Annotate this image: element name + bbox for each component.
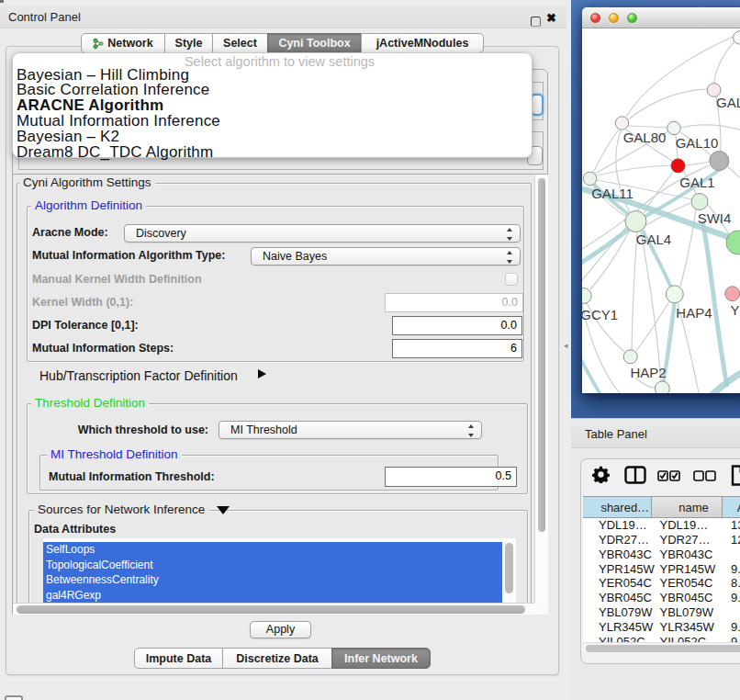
expand-hub-icon[interactable] [258, 369, 266, 378]
network-node-gal4[interactable] [625, 211, 646, 232]
tab-jactivemnodules[interactable]: jActiveMNodules [361, 33, 484, 53]
close-panel-icon[interactable]: ✖ [546, 11, 559, 28]
splitter-collapse-icon[interactable]: ◂ [564, 341, 568, 350]
cell-shared-name[interactable]: YBL079W [599, 605, 653, 620]
cell-shared-name[interactable]: YER054C [599, 576, 652, 591]
cell-name[interactable]: YBR045C [660, 591, 713, 605]
checked-columns-icon[interactable] [657, 470, 681, 481]
vertical-scrollbar-thumb[interactable] [538, 178, 545, 532]
network-edge[interactable] [641, 231, 661, 381]
attribute-item[interactable]: BetweennessCentrality [43, 572, 502, 588]
column-header-3[interactable]: A [723, 496, 740, 518]
document-icon[interactable] [731, 465, 740, 486]
settings-vertical-scrollbar[interactable] [534, 174, 548, 603]
close-window-icon[interactable] [590, 13, 600, 23]
cell-value[interactable]: 9. [731, 591, 740, 605]
cell-shared-name[interactable]: YDL19… [599, 518, 647, 533]
network-edge[interactable] [632, 231, 637, 350]
cell-name[interactable]: YDR27… [660, 533, 711, 548]
gear-icon[interactable] [592, 466, 610, 483]
network-edge[interactable] [628, 126, 667, 128]
tab-style[interactable]: Style [164, 33, 213, 53]
network-node-hap4[interactable] [666, 286, 683, 303]
network-edge[interactable] [685, 162, 710, 165]
network-edge[interactable] [727, 166, 740, 185]
table-scrollbar-thumb[interactable] [586, 645, 740, 652]
cell-name[interactable]: YDL19… [660, 518, 709, 533]
node-attribute-table[interactable]: shared…nameAYDL19…YDL19…13.YDR27…YDR27…1… [583, 496, 740, 653]
cell-name[interactable]: YER054C [660, 576, 713, 591]
cell-shared-name[interactable]: YPR145W [599, 562, 655, 577]
attributes-scrollbar[interactable] [502, 538, 516, 603]
cell-shared-name[interactable]: YBR043C [599, 548, 652, 562]
network-edge[interactable] [680, 125, 740, 131]
mi-threshold-field[interactable]: 0.5 [385, 467, 517, 487]
network-node-gal10[interactable] [667, 121, 680, 134]
network-node-swi4[interactable] [691, 194, 708, 210]
split-columns-icon[interactable] [624, 466, 646, 484]
network-edge[interactable] [629, 89, 708, 119]
minimized-panel-icon[interactable] [5, 695, 23, 700]
network-edge[interactable] [714, 38, 739, 84]
table-horizontal-scrollbar[interactable] [583, 642, 740, 653]
cell-shared-name[interactable]: YDR27… [599, 533, 649, 548]
which-threshold-combo[interactable]: MI Threshold [219, 421, 482, 439]
network-node-gal11[interactable] [583, 172, 597, 186]
bottom-tab-discretize-data[interactable]: Discretize Data [222, 648, 332, 669]
network-canvas[interactable]: GAL2GAL80GAL10GAL1GAL11SWI4GAL4GCY1HAP4Y… [582, 28, 740, 393]
column-header-1[interactable]: shared… [583, 496, 652, 518]
algorithm-combo-button[interactable] [531, 94, 544, 116]
network-node-gcy1[interactable] [582, 288, 591, 304]
cell-name[interactable]: YBL079W [660, 605, 714, 620]
cell-value[interactable]: 8. [731, 576, 740, 591]
network-edge[interactable] [593, 130, 619, 173]
apply-button[interactable]: Apply [250, 621, 311, 638]
cell-shared-name[interactable]: YBR045C [599, 591, 652, 605]
mi-steps-field[interactable]: 6 [392, 339, 522, 358]
hub-definition-label[interactable]: Hub/Transcription Factor Definition [39, 368, 238, 383]
cell-value[interactable]: 12. [731, 533, 740, 548]
collapse-sources-icon[interactable] [217, 506, 230, 514]
kernel-width-field[interactable]: 0.0 [385, 293, 523, 312]
float-panel-icon[interactable] [531, 17, 541, 27]
manual-kernel-width-checkbox[interactable] [505, 273, 518, 286]
attribute-item[interactable]: TopologicalCoefficient [43, 558, 502, 573]
combo-arrows-icon [507, 228, 513, 241]
bottom-tab-impute-data[interactable]: Impute Data [134, 648, 223, 669]
settings-horizontal-scrollbar[interactable] [13, 603, 534, 615]
network-node-y[interactable] [725, 287, 740, 301]
network-node-gal80[interactable] [615, 117, 628, 130]
cell-shared-name[interactable]: YLR345W [599, 620, 653, 635]
algorithm-option[interactable]: Dream8 DC_TDC Algorithm [17, 145, 512, 161]
data-attributes-list[interactable]: SelfLoopsTopologicalCoefficientBetweenne… [43, 538, 516, 603]
tab-network[interactable]: Network [81, 33, 165, 53]
network-node[interactable] [710, 152, 729, 171]
network-window-titlebar[interactable] [582, 7, 740, 28]
dpi-tolerance-field[interactable]: 0.0 [392, 316, 522, 335]
cell-name[interactable]: YPR145W [660, 562, 716, 577]
cell-value[interactable]: 13. [731, 518, 740, 533]
tab-cyni-toolbox[interactable]: Cyni Toolbox [267, 33, 362, 53]
cell-value[interactable]: 9. [731, 562, 740, 577]
horizontal-scrollbar-thumb[interactable] [17, 605, 525, 614]
manual-kernel-width-label: Manual Kernel Width Definition [32, 273, 202, 286]
unchecked-columns-icon[interactable] [693, 470, 717, 481]
network-node[interactable] [655, 381, 669, 393]
minimize-window-icon[interactable] [609, 13, 619, 23]
bottom-tab-infer-network[interactable]: Infer Network [331, 648, 431, 669]
tab-label: jActiveMNodules [376, 37, 469, 50]
tab-select[interactable]: Select [212, 33, 268, 53]
mi-algorithm-type-combo[interactable]: Naive Bayes [251, 247, 521, 265]
column-header-2[interactable]: name [652, 496, 723, 518]
attributes-scrollbar-thumb[interactable] [505, 543, 513, 593]
attribute-item[interactable]: SelfLoops [43, 542, 502, 558]
cell-name[interactable]: YLR345W [660, 620, 714, 635]
mi-steps-label: Mutual Information Steps: [32, 342, 174, 355]
attribute-item[interactable]: gal4RGexp [43, 588, 502, 604]
aracne-mode-combo[interactable]: Discovery [124, 224, 521, 243]
network-node-gal1[interactable] [671, 159, 685, 173]
network-node-hap2[interactable] [623, 350, 637, 364]
cell-name[interactable]: YBR043C [660, 548, 713, 562]
zoom-window-icon[interactable] [627, 13, 637, 23]
cell-value[interactable]: 9. [731, 620, 740, 635]
